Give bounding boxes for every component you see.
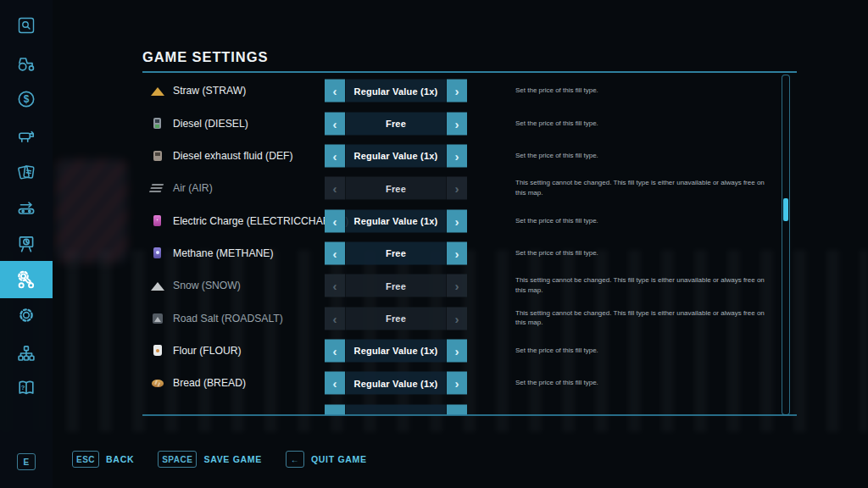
sidebar-item-contracts[interactable] <box>0 153 53 191</box>
price-selector: ‹ Regular Value (1x) › <box>325 80 467 103</box>
mods-hierarchy-icon <box>15 342 37 364</box>
setting-description: Set the price of this fill type. <box>515 86 770 96</box>
fill-type-label: Straw (STRAW) <box>173 85 246 97</box>
save-game-button[interactable]: SPACE SAVE GAME <box>158 451 262 468</box>
selector-value: Regular Value (1x) <box>345 372 447 395</box>
production-chain-icon <box>15 197 37 219</box>
selector-value: Free <box>345 177 447 200</box>
fill-type-label: Diesel exhaust fluid (DEF) <box>173 150 293 162</box>
row-straw: Straw (STRAW) ‹ Regular Value (1x) › Set… <box>142 75 797 107</box>
sidebar-item-production[interactable] <box>0 189 53 226</box>
bread-icon <box>150 375 165 391</box>
row-bread: Bread (BREAD) ‹ Regular Value (1x) › Set… <box>142 367 797 399</box>
sidebar-item-general-settings[interactable] <box>0 297 53 334</box>
selector-value: Regular Value (1x) <box>345 144 447 167</box>
next-arrow-button[interactable]: › <box>447 80 467 103</box>
selector-value: Regular Value (1x) <box>345 80 447 103</box>
methane-icon <box>150 246 165 261</box>
row-partial: ‹ › <box>142 399 797 415</box>
air-icon <box>150 180 165 196</box>
back-button[interactable]: ESC BACK <box>72 451 134 468</box>
next-arrow-button[interactable]: › <box>447 144 467 167</box>
next-arrow-button[interactable]: › <box>447 209 467 232</box>
enter-key-badge: ← <box>286 451 304 468</box>
selector-value: Free <box>345 241 447 264</box>
fill-type-label: Road Salt (ROADSALT) <box>173 313 283 324</box>
prev-arrow-button[interactable]: ‹ <box>325 112 345 135</box>
sidebar-item-game-settings[interactable] <box>0 261 53 298</box>
esc-key-badge: ESC <box>72 451 99 468</box>
game-settings-icon <box>14 268 38 291</box>
finances-icon: $ <box>15 88 37 110</box>
price-selector: ‹ Free › <box>325 112 467 135</box>
sidebar-item-animals[interactable] <box>0 117 53 154</box>
next-arrow-button[interactable]: › <box>447 112 467 135</box>
next-arrow-button[interactable]: › <box>447 372 467 395</box>
quit-game-button[interactable]: ← QUIT GAME <box>286 451 367 468</box>
sidebar-item-extra-key[interactable]: E <box>0 443 53 480</box>
sidebar-item-statistics[interactable] <box>0 225 53 263</box>
row-diesel: Diesel (DIESEL) ‹ Free › Set the price o… <box>142 107 797 139</box>
fill-type-label: Flour (FLOUR) <box>173 345 242 357</box>
sidebar-item-vehicles[interactable] <box>0 45 53 82</box>
row-flour: Flour (FLOUR) ‹ Regular Value (1x) › Set… <box>142 335 797 367</box>
flour-icon <box>150 343 165 358</box>
row-electric-charge: Electric Charge (ELECTRICCHARGE) ‹ Regul… <box>142 204 797 236</box>
row-methane: Methane (METHANE) ‹ Free › Set the price… <box>142 237 797 269</box>
tractor-icon <box>15 53 37 75</box>
prev-arrow-button[interactable]: ‹ <box>325 80 345 103</box>
selector-value: Free <box>345 112 447 135</box>
row-snow: Snow (SNOW) ‹ Free › This setting cannot… <box>142 269 797 302</box>
setting-description: Set the price of this fill type. <box>515 248 770 258</box>
price-selector-disabled: ‹ Free › <box>325 307 467 330</box>
prev-arrow-button[interactable]: ‹ <box>325 209 345 232</box>
gear-icon <box>15 304 37 326</box>
title-underline <box>142 71 797 73</box>
scrollbar-thumb[interactable] <box>783 198 788 221</box>
setting-description: This setting cannot be changed. This fil… <box>515 179 770 198</box>
prev-arrow-button[interactable]: ‹ <box>325 241 345 264</box>
page-title: GAME SETTINGS <box>142 49 268 65</box>
help-book-icon: ? <box>15 377 37 399</box>
setting-description: This setting cannot be changed. This fil… <box>515 276 770 296</box>
setting-description: Set the price of this fill type. <box>515 378 770 388</box>
electric-charge-icon <box>150 214 165 229</box>
next-arrow-button: › <box>447 307 467 330</box>
sidebar-item-help[interactable]: ? <box>0 369 53 407</box>
prev-arrow-button[interactable]: ‹ <box>325 372 345 395</box>
scrollbar-track[interactable] <box>782 75 790 415</box>
road-salt-icon <box>150 311 165 326</box>
sidebar-item-search[interactable] <box>0 7 53 44</box>
contracts-icon <box>15 161 37 183</box>
selector-value: Regular Value (1x) <box>345 209 447 232</box>
game-settings-screen: $ <box>0 0 868 488</box>
setting-description: Set the price of this fill type. <box>515 346 770 356</box>
price-selector: ‹ Regular Value (1x) › <box>325 372 467 395</box>
next-arrow-button[interactable]: › <box>447 241 467 264</box>
svg-text:?: ? <box>21 384 25 391</box>
diesel-icon <box>150 116 165 131</box>
prev-arrow-button: ‹ <box>325 274 345 297</box>
straw-icon <box>150 83 165 98</box>
selector-value: Regular Value (1x) <box>345 339 447 362</box>
next-arrow-button[interactable]: › <box>447 339 467 362</box>
setting-description: Set the price of this fill type. <box>515 151 770 161</box>
row-air: Air (AIR) ‹ Free › This setting cannot b… <box>142 172 797 204</box>
fill-type-label: Methane (METHANE) <box>173 247 274 259</box>
price-selector: ‹ Regular Value (1x) › <box>325 144 467 167</box>
selector-value: Free <box>345 274 447 297</box>
fill-type-label: Diesel (DIESEL) <box>173 118 248 130</box>
sidebar-item-finances[interactable]: $ <box>0 80 53 118</box>
fill-type-label: Snow (SNOW) <box>173 280 241 291</box>
sidebar: $ <box>0 0 53 488</box>
quit-game-label: QUIT GAME <box>311 454 367 464</box>
prev-arrow-button[interactable]: ‹ <box>325 144 345 167</box>
price-selector-disabled: ‹ Free › <box>325 274 467 297</box>
next-arrow-button: › <box>447 274 467 297</box>
def-icon <box>150 148 165 164</box>
prev-arrow-button[interactable]: ‹ <box>325 339 345 362</box>
fill-type-label: Air (AIR) <box>173 182 213 194</box>
save-game-label: SAVE GAME <box>203 454 262 464</box>
setting-description: This setting cannot be changed. This fil… <box>515 308 770 328</box>
sidebar-item-mods[interactable] <box>0 335 53 372</box>
